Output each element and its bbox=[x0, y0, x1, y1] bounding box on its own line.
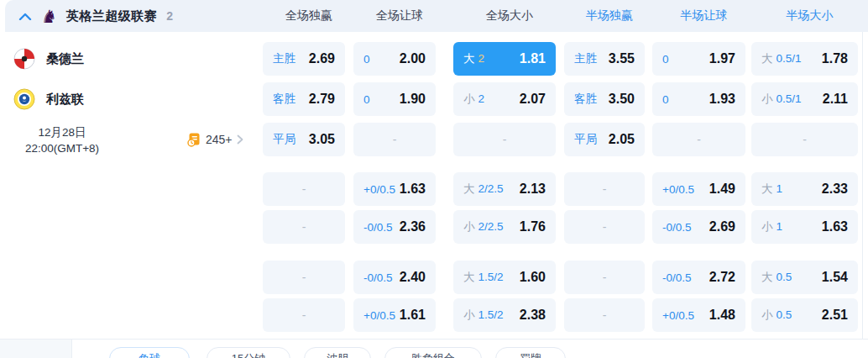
odds-cell-empty: - bbox=[564, 210, 645, 244]
odds-cell[interactable]: 大1.5/21.60 bbox=[453, 261, 556, 294]
betting-panel: ♞ 英格兰超级联赛 2 全场独赢 全场让球 全场大小 半场独赢 半场让球 半场大… bbox=[0, 0, 868, 358]
vertical-divider bbox=[862, 32, 863, 339]
market-pill-cards[interactable]: 罚牌 bbox=[495, 347, 566, 358]
collapse-chevron-up-icon[interactable] bbox=[18, 13, 32, 20]
odds-value: 1.63 bbox=[822, 219, 848, 234]
odds-cell[interactable]: 小0.52.51 bbox=[751, 298, 858, 332]
match-count: 2 bbox=[166, 9, 173, 23]
odds-value: 2.72 bbox=[709, 270, 735, 285]
odds-cell[interactable]: 大2/2.52.13 bbox=[453, 172, 556, 206]
market-pill-result-combo[interactable]: 胜负组合 bbox=[384, 347, 482, 358]
odds-cell[interactable]: 小0.5/12.11 bbox=[751, 82, 858, 116]
odds-label: +0/0.5 bbox=[363, 309, 395, 322]
league-header: ♞ 英格兰超级联赛 2 全场独赢 全场让球 全场大小 半场独赢 半场让球 半场大… bbox=[5, 0, 868, 32]
home-team-crest-icon bbox=[13, 48, 35, 70]
odds-cell[interactable]: 大0.51.54 bbox=[751, 261, 858, 294]
footer-corner bbox=[0, 340, 72, 358]
odds-cell[interactable]: -0/0.52.36 bbox=[353, 210, 436, 244]
odds-value: 1.90 bbox=[400, 92, 426, 107]
odds-label: +0/0.5 bbox=[662, 183, 694, 196]
odds-label: -0/0.5 bbox=[662, 271, 692, 284]
empty-odds-placeholder: - bbox=[603, 182, 607, 196]
column-header-ht-overunder: 半场大小 bbox=[756, 0, 863, 32]
odds-cell-empty: - bbox=[353, 123, 436, 156]
odds-cell[interactable]: 02.00 bbox=[353, 42, 436, 76]
odds-value: 2.07 bbox=[520, 92, 546, 107]
odds-cell[interactable]: 01.97 bbox=[652, 42, 745, 76]
home-team-row: 桑德兰 bbox=[13, 42, 84, 76]
odds-cell-selected[interactable]: 大21.81 bbox=[453, 42, 556, 76]
odds-cell[interactable]: -0/0.52.72 bbox=[652, 261, 745, 294]
odds-value: 1.49 bbox=[709, 182, 735, 197]
over-under-side: 大 bbox=[761, 52, 773, 65]
odds-value: 2.36 bbox=[400, 219, 426, 234]
more-markets-button[interactable]: 245+ bbox=[186, 129, 243, 150]
chevron-right-icon bbox=[237, 134, 243, 145]
match-time: 22:00(GMT+8) bbox=[7, 140, 118, 156]
odds-cell[interactable]: 01.93 bbox=[652, 82, 745, 116]
odds-cell[interactable]: 大12.33 bbox=[751, 172, 858, 206]
odds-value: 2.40 bbox=[400, 270, 426, 285]
odds-cell[interactable]: -0/0.52.40 bbox=[353, 261, 436, 294]
odds-label: 大2/2.5 bbox=[463, 182, 504, 197]
odds-label: -0/0.5 bbox=[363, 221, 393, 234]
column-header-ht-win: 半场独赢 bbox=[569, 0, 650, 32]
over-under-line: 0.5/1 bbox=[776, 92, 802, 105]
odds-value: 2.05 bbox=[609, 132, 635, 147]
over-under-side: 小 bbox=[761, 308, 773, 321]
odds-cell[interactable]: 小11.63 bbox=[751, 210, 858, 244]
odds-cell-empty: - bbox=[564, 261, 645, 294]
odds-cell[interactable]: -0/0.52.69 bbox=[652, 210, 745, 244]
odds-label: 客胜 bbox=[273, 92, 295, 107]
odds-cell[interactable]: 平局2.05 bbox=[564, 123, 645, 156]
odds-cell[interactable]: 01.90 bbox=[353, 82, 436, 116]
odds-label: 主胜 bbox=[574, 51, 597, 66]
footer-market-bar: 角球 15分钟 波胆 胜负组合 罚牌 bbox=[0, 339, 868, 358]
over-under-line: 0.5/1 bbox=[776, 52, 802, 65]
empty-odds-placeholder: - bbox=[803, 133, 807, 146]
market-pill-correct-score[interactable]: 波胆 bbox=[304, 347, 371, 358]
odds-value: 1.54 bbox=[822, 270, 848, 285]
odds-label: 小0.5 bbox=[761, 308, 792, 323]
over-under-line: 2/2.5 bbox=[478, 182, 504, 195]
over-under-side: 小 bbox=[463, 308, 475, 321]
market-pill-15min[interactable]: 15分钟 bbox=[207, 347, 290, 358]
odds-value: 3.05 bbox=[309, 132, 335, 147]
odds-cell[interactable]: 大0.5/11.78 bbox=[751, 42, 858, 76]
odds-cell[interactable]: 平局3.05 bbox=[263, 123, 345, 156]
column-header-ht-handicap: 半场让球 bbox=[657, 0, 750, 32]
over-under-line: 2 bbox=[478, 92, 485, 105]
odds-cell[interactable]: +0/0.51.49 bbox=[652, 172, 745, 206]
odds-label: 小1.5/2 bbox=[463, 308, 504, 323]
over-under-line: 0.5 bbox=[776, 308, 792, 321]
over-under-side: 小 bbox=[463, 92, 475, 105]
odds-cell-empty: - bbox=[564, 172, 645, 206]
column-header-ft-win: 全场独赢 bbox=[268, 0, 350, 32]
odds-cell[interactable]: 小22.07 bbox=[453, 82, 556, 116]
market-pill-corners[interactable]: 角球 bbox=[109, 347, 190, 358]
away-team-crest-icon bbox=[13, 88, 35, 110]
odds-cell[interactable]: 客胜2.79 bbox=[263, 82, 345, 116]
column-header-ft-overunder: 全场大小 bbox=[458, 0, 561, 32]
odds-cell[interactable]: 主胜2.69 bbox=[263, 42, 345, 76]
odds-cell[interactable]: 客胜3.50 bbox=[564, 82, 645, 116]
over-under-side: 大 bbox=[463, 182, 475, 195]
odds-label: 大2 bbox=[463, 51, 484, 66]
empty-odds-placeholder: - bbox=[603, 308, 607, 322]
over-under-side: 大 bbox=[463, 52, 475, 65]
odds-value: 1.76 bbox=[520, 219, 546, 234]
odds-cell[interactable]: +0/0.51.63 bbox=[353, 172, 436, 206]
odds-cell-empty: - bbox=[263, 172, 345, 206]
odds-value: 1.81 bbox=[520, 51, 546, 66]
over-under-line: 1 bbox=[776, 220, 783, 233]
odds-cell[interactable]: +0/0.51.61 bbox=[353, 298, 436, 332]
over-under-line: 1.5/2 bbox=[478, 271, 504, 283]
odds-cell[interactable]: 小2/2.51.76 bbox=[453, 210, 556, 244]
odds-value: 3.50 bbox=[609, 92, 635, 107]
odds-value: 1.48 bbox=[709, 308, 735, 323]
odds-cell[interactable]: +0/0.51.48 bbox=[652, 298, 745, 332]
odds-label: 0 bbox=[662, 53, 669, 66]
odds-cell[interactable]: 主胜3.55 bbox=[564, 42, 645, 76]
odds-cell[interactable]: 小1.5/22.38 bbox=[453, 298, 556, 332]
odds-label: 小2/2.5 bbox=[463, 219, 504, 234]
